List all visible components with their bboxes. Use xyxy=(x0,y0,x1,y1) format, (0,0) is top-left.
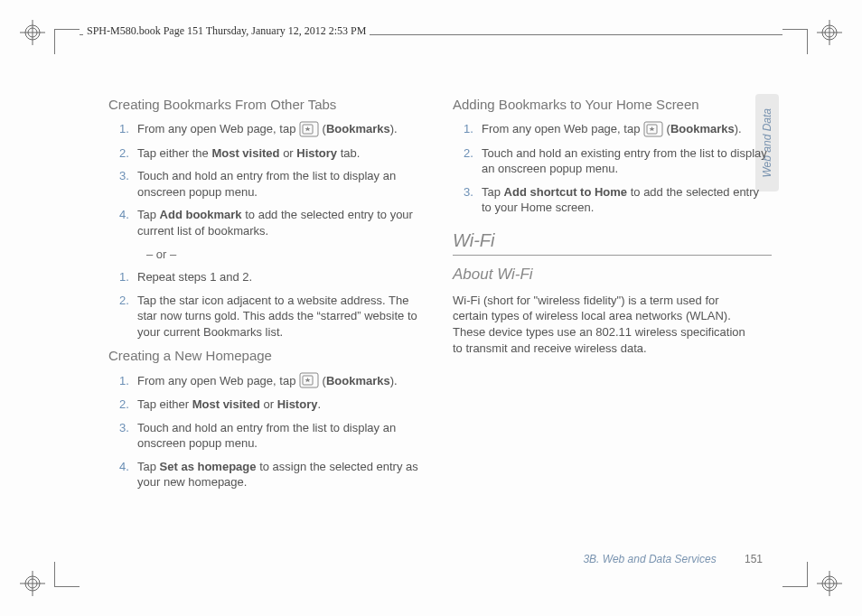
footer-page-number: 151 xyxy=(745,553,763,565)
step-text: ). xyxy=(390,374,398,387)
section-sub-about-wifi: About Wi-Fi xyxy=(453,265,772,285)
page-footer: 3B. Web and Data Services 151 xyxy=(583,553,763,565)
step-text: From any open Web page, tap xyxy=(137,122,299,135)
page-header: SPH-M580.book Page 151 Thursday, January… xyxy=(83,24,370,38)
registration-mark-icon xyxy=(20,20,45,45)
crop-mark-icon xyxy=(782,562,808,587)
bold-text: History xyxy=(277,397,318,411)
step-text: or xyxy=(280,146,297,160)
step-text: ). xyxy=(735,122,742,135)
step-text: tab. xyxy=(337,146,360,160)
bold-text: Bookmarks xyxy=(326,122,390,135)
bold-text: Add bookmark xyxy=(160,208,242,221)
step-text: Tap xyxy=(137,460,160,473)
step-text: Tap either the xyxy=(137,146,211,160)
crop-mark-icon xyxy=(54,562,80,587)
step-text: ). xyxy=(390,122,398,135)
registration-mark-icon xyxy=(20,571,45,596)
bookmarks-icon xyxy=(299,121,319,137)
bold-text: Most visited xyxy=(211,146,279,160)
bold-text: Add shortcut to Home xyxy=(504,185,628,199)
list-item: From any open Web page, tap (Bookmarks). xyxy=(108,121,427,138)
bold-text: Bookmarks xyxy=(670,122,735,135)
list-item: Tap Add shortcut to Home to add the sele… xyxy=(453,184,772,216)
bold-text: Bookmarks xyxy=(326,374,390,387)
list-item: Repeat steps 1 and 2. xyxy=(108,269,427,285)
step-text: Tap either xyxy=(137,397,192,411)
heading-creating-bookmarks-tabs: Creating Bookmarks From Other Tabs xyxy=(108,96,427,114)
steps-list: Repeat steps 1 and 2. Tap the star icon … xyxy=(108,269,427,340)
bold-text: Most visited xyxy=(192,397,260,411)
step-text: or xyxy=(260,397,277,411)
list-item: Tap Add bookmark to add the selected ent… xyxy=(108,207,427,238)
bookmarks-icon xyxy=(299,372,319,388)
paragraph: Wi-Fi (short for "wireless fidelity") is… xyxy=(453,293,746,356)
step-text: . xyxy=(317,397,321,411)
step-text: Tap xyxy=(482,185,504,199)
crop-mark-icon xyxy=(54,29,80,54)
registration-mark-icon xyxy=(817,571,842,596)
list-item: Tap either Most visited or History. xyxy=(108,397,427,413)
list-item: Tap either the Most visited or History t… xyxy=(108,145,427,162)
step-text: From any open Web page, tap xyxy=(137,374,299,387)
list-item: Touch and hold an entry from the list to… xyxy=(108,420,427,452)
crop-mark-icon xyxy=(782,29,808,54)
left-column: Creating Bookmarks From Other Tabs From … xyxy=(108,90,427,553)
bookmarks-icon xyxy=(643,121,663,137)
list-item: Touch and hold an entry from the list to… xyxy=(108,168,427,200)
list-item: From any open Web page, tap (Bookmarks). xyxy=(453,121,772,138)
registration-mark-icon xyxy=(817,20,842,45)
or-separator: – or – xyxy=(108,247,427,263)
heading-new-homepage: Creating a New Homepage xyxy=(108,347,427,365)
page-content: Creating Bookmarks From Other Tabs From … xyxy=(108,90,772,553)
steps-list: From any open Web page, tap (Bookmarks).… xyxy=(108,121,427,238)
bold-text: History xyxy=(296,146,337,160)
section-title-wifi: Wi-Fi xyxy=(453,229,772,256)
right-column: Web and Data Adding Bookmarks to Your Ho… xyxy=(453,90,772,553)
step-text: From any open Web page, tap xyxy=(482,122,643,135)
steps-list: From any open Web page, tap (Bookmarks).… xyxy=(108,373,427,490)
heading-add-bookmarks-home: Adding Bookmarks to Your Home Screen xyxy=(453,96,772,114)
list-item: Touch and hold an existing entry from th… xyxy=(453,145,772,177)
step-text: Tap xyxy=(137,208,160,221)
list-item: Tap Set as homepage to assign the select… xyxy=(108,459,427,490)
list-item: Tap the star icon adjacent to a website … xyxy=(108,293,427,341)
footer-section-label: 3B. Web and Data Services xyxy=(583,553,716,565)
steps-list: From any open Web page, tap (Bookmarks).… xyxy=(453,121,772,216)
bold-text: Set as homepage xyxy=(160,460,257,473)
list-item: From any open Web page, tap (Bookmarks). xyxy=(108,373,427,390)
